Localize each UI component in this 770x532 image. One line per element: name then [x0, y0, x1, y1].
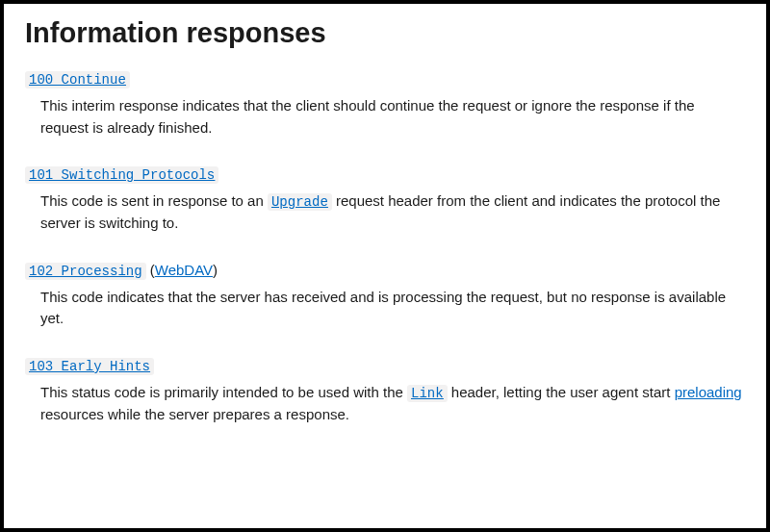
paren-close: ): [213, 262, 218, 278]
status-code-link[interactable]: 103 Early Hints: [25, 357, 154, 373]
definition-list: 100 ContinueThis interim response indica…: [25, 70, 745, 425]
description-text: header, letting the user agent start: [448, 384, 675, 400]
status-code: 101 Switching Protocols: [25, 166, 218, 184]
inline-code: Upgrade: [268, 193, 332, 211]
status-description: This code is sent in response to an Upgr…: [40, 190, 745, 235]
status-description: This interim response indicates that the…: [40, 95, 745, 139]
status-description: This status code is primarily intended t…: [40, 382, 745, 426]
status-code: 102 Processing: [25, 263, 146, 280]
status-code: 103 Early Hints: [25, 358, 154, 375]
inline-code-link[interactable]: Upgrade: [268, 192, 332, 209]
section-heading: Information responses: [25, 17, 745, 49]
status-code: 100 Continue: [25, 71, 130, 89]
description-text: This code indicates that the server has …: [40, 289, 726, 327]
description-text: This status code is primarily intended t…: [40, 384, 407, 400]
status-description: This code indicates that the server has …: [40, 287, 745, 330]
paren-open: (: [146, 262, 155, 278]
description-text: resources while the server prepares a re…: [40, 406, 349, 422]
inline-code-link[interactable]: Link: [407, 384, 448, 400]
status-term: 101 Switching Protocols: [25, 165, 745, 183]
inline-code: Link: [407, 385, 448, 402]
description-text: This code is sent in response to an: [40, 192, 268, 209]
status-code-link[interactable]: 101 Switching Protocols: [25, 165, 218, 182]
status-code-link[interactable]: 102 Processing: [25, 262, 146, 278]
status-code-link[interactable]: 100 Continue: [25, 70, 130, 87]
status-term: 100 Continue: [25, 70, 745, 88]
status-term: 102 Processing (WebDAV): [25, 262, 745, 279]
status-term: 103 Early Hints: [25, 357, 745, 374]
suffix-link[interactable]: WebDAV: [155, 262, 213, 278]
description-text: This interim response indicates that the…: [40, 97, 695, 136]
inline-text-link[interactable]: preloading: [675, 384, 742, 400]
